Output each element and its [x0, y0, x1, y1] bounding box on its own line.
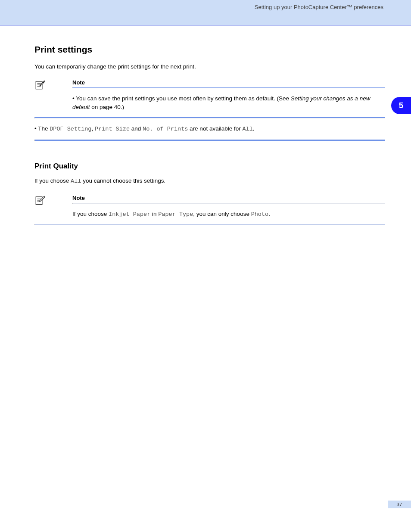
page-content: Print settings You can temporarily chang…: [0, 44, 411, 225]
note1-line2: • The DPOF Setting, Print Size and No. o…: [34, 118, 385, 140]
note-block-2: Note If you choose Inkjet Paper in Paper…: [34, 195, 385, 224]
note-block-1: Note • You can save the print settings y…: [34, 79, 385, 117]
note-rule: [34, 140, 385, 141]
note-label: Note: [72, 195, 385, 203]
page-number: 37: [388, 501, 411, 508]
section-number-tab: 5: [391, 97, 411, 114]
note-label: Note: [72, 79, 385, 87]
header-band: Setting up your PhotoCapture Center™ pre…: [0, 0, 411, 25]
note1-line1: • You can save the print settings you us…: [72, 88, 385, 117]
header-title: Setting up your PhotoCapture Center™ pre…: [0, 0, 411, 10]
heading-print-quality: Print Quality: [34, 162, 385, 171]
intro-text: You can temporarily change the print set…: [34, 63, 385, 70]
para-print-quality: If you choose All you cannot choose this…: [34, 177, 385, 186]
footer: 37: [388, 501, 411, 508]
note-rule: [34, 224, 385, 225]
section-title-print-settings: Print settings: [34, 44, 385, 55]
note-icon: [34, 84, 46, 92]
note-icon: [34, 200, 46, 207]
note2-text: If you choose Inkjet Paper in Paper Type…: [72, 204, 385, 224]
